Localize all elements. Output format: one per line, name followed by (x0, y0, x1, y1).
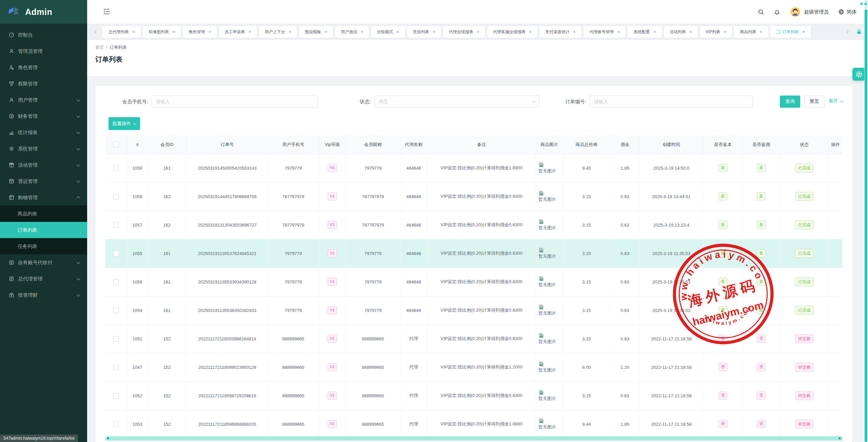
tab[interactable]: 充值列表 (407, 26, 441, 38)
search-icon[interactable] (758, 9, 764, 15)
username[interactable]: 超级管理员 (804, 9, 829, 15)
sidebar-item[interactable]: 购物管理 (0, 189, 87, 206)
close-tab-icon[interactable] (529, 29, 532, 34)
tab[interactable]: 订单列表 (770, 26, 811, 38)
sidebar-item[interactable]: 权限管理 (0, 76, 87, 92)
tab[interactable]: 代理账号管理 (584, 26, 626, 38)
select-all-checkbox[interactable] (113, 142, 119, 147)
vip-badge: V1 (328, 249, 337, 257)
sidebar-item[interactable]: 任务列表 (0, 238, 87, 254)
sidebar-item[interactable]: 控制台 (0, 27, 87, 43)
row-checkbox[interactable] (113, 336, 119, 342)
search-button[interactable]: 查询 (780, 96, 800, 108)
tab[interactable]: 代理业绩报表 (443, 26, 485, 38)
close-tab-icon[interactable] (617, 29, 620, 34)
close-tab-icon[interactable] (324, 29, 327, 34)
reset-button[interactable]: 重置 (804, 96, 825, 108)
sidebar-item[interactable]: 用户管理 (0, 92, 87, 108)
order-no-filter-input[interactable] (590, 96, 753, 108)
sidebar-item-label: 投资理财 (18, 292, 38, 298)
nickname-cell: 7979779 (346, 239, 400, 268)
close-tab-icon[interactable] (249, 29, 251, 34)
sidebar-item[interactable]: 订单列表 (0, 222, 87, 238)
scroll-left-arrow-icon[interactable] (106, 437, 109, 440)
phone-filter-input[interactable] (152, 96, 318, 108)
vertical-scrollbar-thumb[interactable] (865, 9, 867, 442)
row-checkbox[interactable] (113, 194, 119, 199)
close-tab-icon[interactable] (477, 29, 479, 34)
tabs-scroll-left-icon[interactable] (93, 30, 100, 33)
tab[interactable]: 员工申请表 (219, 26, 257, 38)
language-switch[interactable]: 简体 (847, 9, 856, 15)
close-tab-icon[interactable] (132, 29, 135, 34)
vertical-scrollbar[interactable] (864, 0, 868, 442)
close-tab-icon[interactable] (360, 29, 363, 34)
settings-button[interactable] (852, 68, 865, 81)
row-checkbox[interactable] (113, 222, 119, 228)
sidebar-item[interactable]: 自有账号代收付 (0, 254, 87, 271)
close-tab-icon[interactable] (433, 29, 435, 34)
close-tab-icon[interactable] (396, 29, 399, 34)
row-checkbox[interactable] (113, 279, 119, 285)
close-tab-icon[interactable] (689, 29, 692, 34)
row-checkbox[interactable] (113, 393, 119, 399)
no-image-text: 暂无图片 (538, 338, 556, 345)
avatar[interactable] (790, 7, 800, 17)
row-checkbox[interactable] (113, 421, 119, 427)
sidebar-item[interactable]: 总代理管理 (0, 271, 87, 287)
tab[interactable]: 总代理列表 (103, 26, 141, 38)
tab[interactable]: 轮播图列表 (143, 26, 181, 38)
scroll-up-arrow-icon[interactable] (860, 2, 863, 5)
close-tab-icon[interactable] (802, 29, 805, 34)
row-checkbox[interactable] (113, 165, 119, 171)
sidebar-item[interactable]: 财务管理 (0, 108, 87, 124)
bell-icon[interactable] (774, 9, 780, 15)
globe-icon[interactable] (838, 9, 844, 15)
sidebar-item[interactable]: 管理员管理 (0, 43, 87, 59)
close-tab-icon[interactable] (573, 29, 576, 34)
sidebar-item-label: 总代理管理 (18, 276, 43, 282)
close-tab-icon[interactable] (172, 29, 175, 34)
expand-toggle[interactable]: 展开 (829, 98, 843, 104)
batch-actions-button[interactable]: 批量操作 (108, 117, 140, 130)
close-tab-icon[interactable] (208, 29, 211, 34)
checkbox-cell (105, 211, 127, 239)
row-checkbox[interactable] (113, 251, 119, 256)
tab[interactable]: 角色管理 (183, 26, 217, 38)
sidebar-item[interactable]: 营运管理 (0, 173, 87, 189)
sidebar-item[interactable]: 角色管理 (0, 59, 87, 76)
horizontal-scrollbar[interactable] (105, 436, 842, 441)
collapse-sidebar-icon[interactable] (103, 8, 111, 16)
status-filter-select[interactable]: 状态 (374, 96, 540, 108)
sidebar-item-label: 系统管理 (18, 146, 38, 152)
tab[interactable]: 商品列表 (734, 26, 768, 38)
tab[interactable]: 系统配置 (628, 26, 662, 38)
no-image-text: 暂无图片 (538, 196, 556, 203)
sidebar-item[interactable]: 活动管理 (0, 157, 87, 173)
tab[interactable]: 分组模式 (371, 26, 405, 38)
tab[interactable]: 用户激活 (335, 26, 369, 38)
scroll-up-arrow-icon[interactable] (864, 2, 867, 5)
breadcrumb-home[interactable]: 首页 (95, 45, 104, 50)
close-tab-icon[interactable] (289, 29, 291, 34)
tab[interactable]: 用户上下分 (259, 26, 297, 38)
tab[interactable]: 活动列表 (664, 26, 698, 38)
close-tab-icon[interactable] (653, 29, 656, 34)
sidebar-item[interactable]: 统计报表 (0, 124, 87, 141)
close-tab-icon[interactable] (724, 29, 726, 34)
lock-icon[interactable] (856, 29, 862, 35)
member-id-cell: 162 (147, 182, 186, 211)
sidebar-item[interactable]: 商品列表 (0, 206, 87, 222)
tab[interactable]: 代理客服业绩报表 (487, 26, 537, 38)
tabs-scroll-right-icon[interactable] (843, 30, 850, 33)
row-checkbox[interactable] (113, 364, 119, 370)
sidebar-item[interactable]: 投资理财 (0, 287, 87, 303)
tab[interactable]: VIP列表 (700, 26, 732, 38)
close-tab-icon[interactable] (760, 29, 762, 34)
scroll-right-arrow-icon[interactable] (839, 437, 841, 440)
sidebar-item[interactable]: 系统管理 (0, 141, 87, 157)
no-image-placeholder: 暂无图片 (538, 361, 560, 374)
tab[interactable]: 支付渠道统计 (539, 26, 581, 38)
tab[interactable]: 预设模板 (299, 26, 333, 38)
row-checkbox[interactable] (113, 308, 119, 313)
